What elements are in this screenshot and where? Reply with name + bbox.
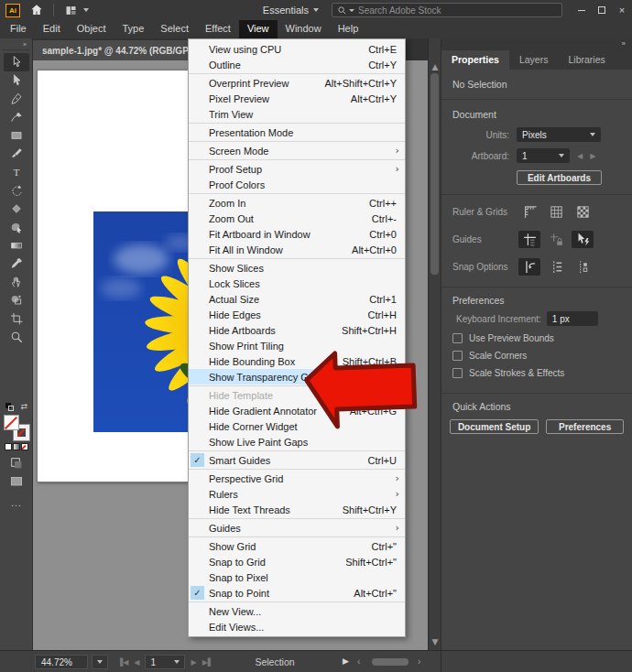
workspace-switcher[interactable]: Essentials [263, 5, 319, 16]
previous-artboard-icon[interactable]: ◀ [134, 658, 139, 667]
curvature-icon[interactable] [4, 108, 29, 126]
menu-item[interactable]: ✓ › [189, 192, 405, 194]
close-button[interactable]: × [612, 2, 632, 18]
collapse-panel-icon[interactable]: » [441, 38, 632, 50]
hscroll-right-icon[interactable]: › [418, 656, 420, 667]
edit-toolbar-icon[interactable]: ... [0, 498, 33, 508]
menu-item[interactable]: ✓ Guides › [189, 520, 405, 536]
artboard-dropdown[interactable]: 1 [517, 148, 570, 163]
menubar-item[interactable]: Window [278, 20, 330, 38]
first-artboard-icon[interactable]: ▐◀ [117, 658, 128, 667]
collapse-toolbar-icon[interactable]: » [0, 38, 32, 49]
menu-item[interactable]: ✓ Rulers › [189, 486, 405, 502]
checkbox-unchecked-icon[interactable] [452, 351, 463, 361]
screen-mode-icon[interactable] [4, 472, 29, 491]
selection-icon[interactable] [4, 53, 29, 71]
units-dropdown[interactable]: Pixels [517, 127, 601, 142]
status-flyout-icon[interactable]: ▶ [343, 656, 349, 666]
checkbox-row[interactable]: Scale Corners [441, 351, 632, 368]
menu-item[interactable]: ✓ › [189, 158, 405, 160]
menubar-item[interactable]: Type [114, 20, 153, 38]
menu-item[interactable]: ✓ Edit Views... › [189, 619, 405, 634]
menu-item[interactable]: ✓ Snap to Grid Shift+Ctrl+" › [189, 554, 405, 569]
menu-item[interactable]: ✓ › [189, 536, 405, 537]
menu-item[interactable]: ✓ Perspective Grid › [189, 471, 405, 486]
menu-item[interactable]: ✓ › [189, 72, 405, 74]
checkbox-row[interactable]: Use Preview Bounds [441, 333, 632, 351]
scrollbar-thumb[interactable] [430, 73, 439, 275]
panel-tab[interactable]: Properties [441, 50, 509, 70]
gradient-icon[interactable] [4, 236, 29, 255]
artboard-icon[interactable] [4, 309, 29, 328]
checkbox-unchecked-icon[interactable] [452, 333, 463, 343]
menu-item[interactable]: ✓ New View... › [189, 603, 405, 619]
menu-item[interactable]: ✓ › [189, 468, 405, 470]
none-button[interactable] [21, 443, 28, 450]
menubar-item[interactable]: Select [152, 20, 197, 38]
arrange-documents-icon[interactable] [62, 2, 79, 18]
artboard-nav-field[interactable]: 1 [145, 655, 185, 669]
menubar-item[interactable]: Object [69, 20, 114, 38]
zoom-level-field[interactable]: 44.72% [35, 655, 88, 669]
color-button[interactable] [5, 443, 12, 450]
menu-item[interactable]: ✓ Lock Slices › [189, 276, 405, 291]
menubar-item[interactable]: View [239, 20, 278, 38]
menubar-item[interactable]: Edit [35, 20, 69, 38]
menu-item[interactable]: ✓ Zoom Out Ctrl+- › [189, 211, 405, 226]
menu-item[interactable]: ✓ View using CPU Ctrl+E › [189, 41, 405, 57]
fill-color-well[interactable] [4, 415, 19, 430]
menu-item[interactable]: ✓ Hide Edges Ctrl+H › [189, 307, 405, 322]
menu-item[interactable]: ✓ Presentation Mode › [189, 125, 405, 140]
snap-to-pixel-icon[interactable] [572, 258, 594, 276]
rotate-icon[interactable] [4, 181, 29, 200]
menu-item[interactable]: ✓ Fit All in Window Alt+Ctrl+0 › [189, 242, 405, 257]
checkbox-row[interactable]: Scale Strokes & Effects [441, 368, 632, 385]
menu-item[interactable]: ✓ Trim View › [189, 106, 405, 122]
default-fill-stroke-icon[interactable] [5, 403, 14, 411]
menu-item[interactable]: ✓ › [189, 257, 405, 259]
checkbox-unchecked-icon[interactable] [452, 368, 463, 378]
home-icon[interactable] [28, 2, 45, 18]
menubar-item[interactable]: Help [330, 20, 367, 38]
chevron-down-icon[interactable] [83, 8, 89, 12]
snap-to-grid-icon[interactable] [545, 258, 567, 276]
menu-item[interactable]: ✓ › [189, 122, 405, 124]
draw-mode-icon[interactable] [4, 454, 29, 472]
adobe-stock-search[interactable]: Search Adobe Stock [332, 3, 562, 17]
snap-to-guides-icon[interactable] [572, 231, 594, 248]
hand-icon[interactable] [4, 273, 29, 291]
shape-builder-icon[interactable] [4, 291, 29, 309]
menu-item[interactable]: ✓ Snap to Pixel › [189, 569, 405, 585]
prev-artboard-icon[interactable]: ◀ [577, 152, 583, 160]
menu-item[interactable]: ✓ Show Live Paint Gaps › [189, 434, 405, 450]
menu-item[interactable]: ✓ Screen Mode › [189, 143, 405, 158]
menu-item[interactable]: ✓ Hide Text Threads Shift+Ctrl+Y › [189, 502, 405, 517]
zoom-dropdown-button[interactable] [92, 655, 108, 669]
menu-item[interactable]: ✓ Fit Artboard in Window Ctrl+0 › [189, 226, 405, 242]
grid-icon[interactable] [545, 203, 567, 221]
maximize-button[interactable] [592, 2, 612, 18]
menu-item[interactable]: ✓ Hide Artboards Shift+Ctrl+H › [189, 322, 405, 338]
menu-item[interactable]: ✓ Outline Ctrl+Y › [189, 57, 405, 72]
eraser-icon[interactable] [4, 200, 29, 218]
eyedropper-icon[interactable] [4, 255, 29, 273]
menubar-item[interactable]: File [2, 20, 35, 38]
minimize-button[interactable] [572, 2, 592, 18]
vertical-scrollbar[interactable]: ▲ ▼ [428, 38, 441, 650]
scroll-up-icon[interactable]: ▲ [429, 62, 441, 71]
direct-selection-icon[interactable] [4, 71, 29, 90]
transparency-grid-icon[interactable] [572, 203, 594, 221]
rulers-icon[interactable] [518, 203, 540, 221]
next-artboard-icon[interactable]: ▶ [590, 152, 595, 160]
lock-guides-icon[interactable] [545, 231, 567, 248]
document-setup-button[interactable]: Document Setup [450, 419, 539, 434]
gradient-button[interactable] [13, 443, 20, 450]
menu-item[interactable]: ✓ Smart Guides Ctrl+U › [189, 452, 405, 468]
menu-item[interactable]: ✓ Proof Colors › [189, 177, 405, 192]
hscroll-thumb[interactable] [372, 658, 409, 666]
next-artboard-nav-icon[interactable]: ▶ [191, 658, 196, 667]
document-tab[interactable]: sample-1.jpg* @ 44.72% (RGB/GPU Pre [33, 40, 190, 60]
rectangle-icon[interactable] [4, 126, 29, 145]
pen-icon[interactable] [4, 90, 29, 108]
show-guides-icon[interactable] [518, 231, 540, 248]
